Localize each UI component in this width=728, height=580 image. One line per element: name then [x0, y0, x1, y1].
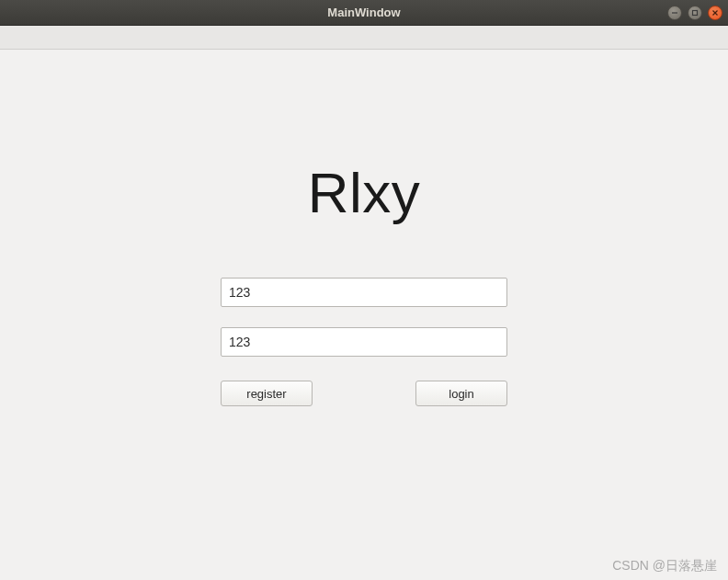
password-field[interactable] [221, 327, 507, 357]
window-titlebar: MainWindow [0, 0, 728, 26]
window-controls [667, 6, 722, 20]
login-button[interactable]: login [415, 381, 507, 406]
content-area: Rlxy register login [0, 50, 728, 580]
minimize-icon[interactable] [667, 6, 682, 20]
app-logo-title: Rlxy [0, 160, 728, 225]
svg-rect-1 [693, 10, 698, 15]
maximize-icon[interactable] [688, 6, 702, 20]
close-icon[interactable] [708, 6, 722, 20]
menubar [0, 26, 728, 50]
register-button[interactable]: register [221, 381, 313, 406]
watermark: CSDN @日落悬崖 [612, 558, 717, 574]
login-form: register login [221, 278, 507, 406]
username-field[interactable] [221, 278, 507, 307]
button-row: register login [221, 381, 507, 406]
window-title: MainWindow [327, 6, 400, 19]
